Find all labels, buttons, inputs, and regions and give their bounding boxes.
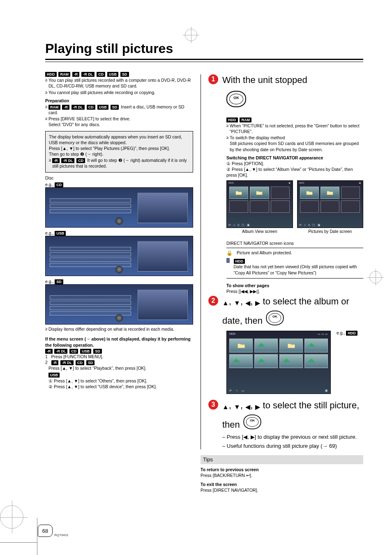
- right-inner: 1 With the unit stopped HDD RAM When “PI…: [201, 74, 363, 449]
- date-thumbnail-empty: [300, 200, 319, 213]
- arrow-right-icon: ▶: [255, 403, 260, 410]
- switch-heading: Switching the DIRECT NAVIGATOR appearanc…: [226, 155, 363, 161]
- toolbar-icon: ▣: [325, 389, 328, 392]
- eg-cd-row: e.g., CD: [45, 182, 193, 187]
- badge-hdd: HDD: [45, 72, 57, 77]
- document-code: RQT9431: [54, 533, 69, 537]
- step1-title: With the unit stopped: [222, 74, 363, 86]
- switch-step: ② Press [▲, ▼] to select “Album View” or…: [226, 166, 363, 178]
- page-number: 68: [38, 525, 53, 537]
- tips-exit-heading: To exit the screen: [201, 481, 363, 487]
- screen-eject-icon: ⏏: [359, 181, 361, 185]
- crop-mark: [37, 518, 37, 543]
- direct-navigator-button-icon: [226, 91, 246, 107]
- badge-hdd: HDD: [234, 259, 245, 264]
- manual-page: Playing still pictures HDD RAM -R -R DL …: [0, 0, 392, 555]
- arrow-up-icon: ▲: [222, 403, 229, 410]
- badge-rdl: -R DL: [71, 105, 85, 110]
- new-date-icon: [226, 258, 230, 263]
- album-thumbnail: [250, 187, 269, 199]
- step-marker-2: 2: [208, 296, 218, 306]
- usb-substep: ② Press [▲, ▼] to select “USB device”, t…: [48, 384, 193, 389]
- media-note: Display items differ depending on what i…: [45, 326, 193, 332]
- prep-list: RAM -R -R DL CD USB SD Insert a disc, US…: [45, 104, 193, 128]
- usb-substep: ① Press [▲, ▼] to select “Others”, then …: [48, 378, 193, 384]
- step-marker-1: 1: [208, 74, 218, 84]
- step3-sub1: – Press [◀, ▶] to display the previous o…: [222, 433, 363, 441]
- badge-r: -R: [45, 349, 53, 354]
- icons-heading: DIRECT NAVIGATOR screen icons: [226, 240, 363, 246]
- arrow-up-icon: ▲: [222, 299, 229, 306]
- toolbar-icon: ▢: [312, 223, 315, 227]
- hdd-ram-bullet: When “PICTURE” is not selected, press th…: [226, 123, 363, 134]
- tips-exit-body: Press [DIRECT NAVIGATOR].: [201, 487, 363, 493]
- step2-text: Press [▲, ▼] to select “Playback”, then …: [45, 365, 193, 371]
- step3-title: ▲, ▼, ◀, ▶ to select the still picture, …: [222, 400, 363, 431]
- grid-photo: [304, 339, 328, 352]
- step-3: 3 ▲, ▼, ◀, ▶ to select the still picture…: [208, 400, 363, 450]
- date-view-caption: Pictures by Date screen: [297, 229, 364, 235]
- album-view-screenshot-wrap: HDD ▶: [226, 180, 293, 235]
- preview-thumbnail: [138, 193, 188, 223]
- preview-thumbnail: [138, 290, 188, 320]
- badge-ram: RAM: [58, 72, 70, 77]
- badge-sd: SD: [111, 105, 119, 110]
- badge-r: -R: [72, 72, 80, 77]
- registration-mark-icon: [185, 29, 197, 41]
- eg-hdd-label: e.g., HDD: [337, 328, 358, 336]
- cd-menu-screenshot: [45, 187, 193, 228]
- album-view-caption: Album View screen: [226, 229, 293, 235]
- badge-rdl: -R DL: [54, 349, 67, 354]
- badge-usb: USB: [97, 105, 108, 110]
- toolbar-icon: ⌂: [233, 223, 235, 227]
- media-badges-row: HDD RAM -R -R DL CD USB SD: [45, 71, 193, 77]
- divider: [45, 59, 363, 60]
- arrow-down-icon: ▼: [234, 403, 240, 410]
- compass-icon: [115, 217, 123, 225]
- date-thumbnail-empty: [321, 200, 339, 213]
- registration-mark-icon: [0, 505, 23, 529]
- step-reference: ❷: [80, 152, 84, 157]
- fallback-step1: 1 Press [FUNCTION MENU].: [45, 354, 193, 359]
- album-thumbnail-empty: [250, 200, 269, 213]
- badge-cd: CD: [76, 360, 84, 365]
- arrow-left-icon: ◀: [245, 299, 250, 306]
- eg-usb-row: e.g., USB: [45, 230, 193, 236]
- icon-row-lock: 🔒 Picture and Album protected.: [226, 250, 363, 256]
- badge-sd: SD: [55, 279, 63, 284]
- badge-sd: SD: [93, 349, 102, 354]
- badge-rdl: -R DL: [60, 360, 74, 365]
- toolbar-icon: ⎙: [238, 223, 239, 227]
- toolbar-icon: ▢: [242, 223, 244, 227]
- screen-hdd-icon: HDD: [228, 181, 234, 185]
- other-pages-heading: To show other pages: [226, 283, 363, 288]
- grid-folder: [229, 339, 253, 352]
- date-view-screenshot-wrap: HDD ⏏: [297, 180, 364, 235]
- badge-cd: CD: [87, 105, 95, 110]
- auto-display-note-box: The display below automatically appears …: [45, 131, 193, 173]
- date-thumbnail-empty: [341, 200, 360, 213]
- grid-folder: [279, 339, 303, 352]
- album-thumbnail-empty: [271, 200, 290, 213]
- hdd-ram-bullet: To switch the display method Still pictu…: [226, 135, 363, 152]
- switch-step: ① Press [OPTION].: [226, 161, 363, 166]
- badge-usb: USB: [107, 72, 118, 77]
- bigscreen-tabs: ▭ ▭ ▭: [318, 332, 328, 336]
- graybox-line: The display below automatically appears …: [49, 134, 189, 145]
- graybox-line: Press [▲, ▼] to select “Play Pictures (J…: [49, 145, 189, 151]
- media-note-text: Display items differ depending on what i…: [45, 326, 193, 332]
- crop-mark: [0, 542, 37, 555]
- divider: [226, 278, 363, 279]
- toolbar-icon: ▭: [242, 389, 244, 392]
- grid-photo: [254, 354, 278, 368]
- step2-title: ▲, ▼, ◀, ▶ to select the album or date, …: [222, 296, 363, 327]
- eg-prefix: e.g.,: [337, 330, 346, 335]
- badge-ram: RAM: [240, 117, 251, 122]
- disc-label: Disc: [45, 175, 193, 181]
- lock-icon: 🔒: [226, 250, 233, 256]
- toolbar-icon: ⟳: [229, 389, 232, 392]
- graybox-text: (→ right).: [85, 152, 104, 157]
- album-view-screenshot: HDD ▶: [226, 180, 293, 228]
- step3-text-tail: to select the still picture, then: [222, 400, 359, 430]
- icon-row-date: HDD Date that has not yet been viewed (O…: [226, 258, 363, 276]
